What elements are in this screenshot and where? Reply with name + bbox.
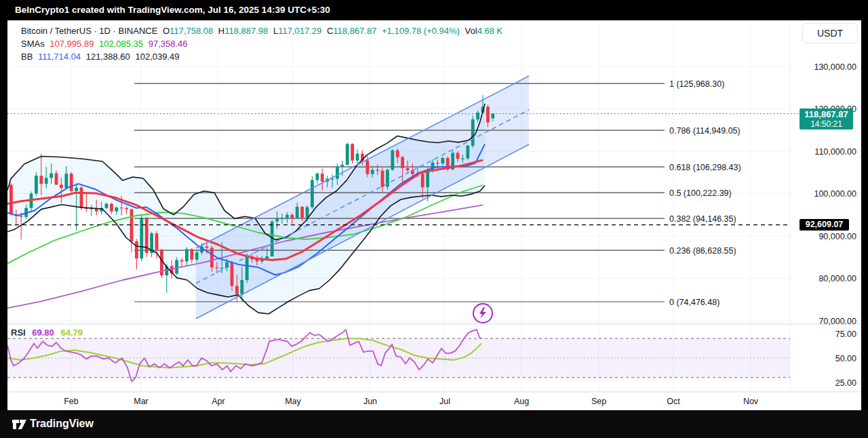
month-tick-label: May: [285, 397, 301, 406]
candle: [371, 170, 374, 174]
candle: [471, 119, 475, 146]
candle: [231, 262, 234, 286]
candle: [135, 241, 138, 258]
candle: [45, 178, 48, 184]
alert-price-badge: 92,609.07: [800, 219, 849, 231]
fib-level-label: 1 (125,968.30): [669, 79, 724, 89]
candle: [300, 207, 304, 218]
candle: [140, 218, 143, 258]
channel-mid-line[interactable]: [196, 110, 529, 283]
tradingview-chart-screenshot: BeInCrypto1 created with TradingView.com…: [0, 0, 868, 438]
volume-label: Vol: [465, 26, 477, 36]
bb-lower-value: 102,039.49: [135, 52, 179, 62]
candle: [466, 146, 469, 159]
high-value: 118,887.98: [224, 26, 268, 36]
lightning-marker[interactable]: [473, 303, 493, 323]
candle: [411, 170, 414, 174]
candle: [110, 204, 113, 212]
chart-legend: Bitcoin / TetherUS · 1D · BINANCE O117,7…: [21, 24, 505, 63]
bb-label[interactable]: BB: [21, 52, 33, 62]
sma200-value: 97,358.46: [149, 39, 188, 49]
candle: [215, 267, 218, 268]
lightning-icon: [474, 304, 491, 321]
fib-level-label: 0 (74,476.48): [669, 298, 719, 307]
candle: [396, 151, 399, 157]
candle: [205, 247, 209, 248]
currency-toggle-button[interactable]: USDT: [802, 23, 858, 43]
sma-legend-row: SMAs 107,995.89 102,085.35 97,358.46: [21, 37, 505, 50]
candle: [64, 174, 68, 188]
low-value: 117,017.29: [278, 26, 321, 36]
rsi-label[interactable]: RSI: [11, 327, 26, 338]
candle: [311, 180, 314, 207]
candle: [331, 179, 334, 180]
attribution-text: BeInCrypto1 created with TradingView.com…: [15, 5, 330, 15]
tradingview-logo-icon[interactable]: [12, 418, 27, 431]
channel-fill[interactable]: [196, 76, 529, 319]
bb-upper-value: 121,388.60: [86, 52, 130, 62]
open-label: O: [163, 26, 170, 36]
candle: [436, 163, 439, 163]
candle: [321, 174, 324, 182]
candle: [346, 144, 349, 165]
fib-level-label: 0.5 (100,222.39): [669, 188, 732, 198]
candle: [120, 207, 123, 208]
candle: [275, 219, 279, 222]
fib-level-label: 0.618 (106,298.43): [669, 163, 741, 172]
candle: [185, 249, 189, 261]
fib-level-label: 0.236 (86,628.55): [669, 246, 736, 256]
candle: [401, 157, 404, 168]
month-tick-label: Feb: [64, 397, 79, 406]
month-tick-label: Nov: [743, 397, 759, 406]
rsi-tick-label: 25.00: [835, 378, 856, 388]
candle: [376, 170, 379, 171]
candle: [456, 153, 460, 159]
rsi-legend: RSI 69.80 64.79: [11, 327, 87, 338]
candle: [296, 207, 299, 218]
candle: [336, 167, 339, 179]
rsi-pane[interactable]: [7, 330, 790, 381]
candle: [125, 208, 128, 210]
candle: [461, 159, 465, 159]
sma-label[interactable]: SMAs: [21, 39, 45, 49]
candle: [60, 184, 63, 188]
candle: [105, 204, 108, 208]
price-tick-label: 130,000.00: [814, 62, 856, 72]
candle: [391, 151, 394, 170]
candle: [55, 174, 58, 185]
price-tick-label: 110,000.00: [814, 147, 856, 157]
symbol-title[interactable]: Bitcoin / TetherUS · 1D · BINANCE: [21, 26, 157, 36]
price-tick-label: 70,000.00: [818, 317, 856, 326]
rsi-tick-label: 50.00: [835, 354, 856, 363]
symbol-ohlc-row: Bitcoin / TetherUS · 1D · BINANCE O117,7…: [21, 24, 505, 37]
candle: [115, 207, 118, 212]
chart-panel[interactable]: 1 (125,968.30)0.786 (114,949.05)0.618 (1…: [7, 20, 861, 410]
month-tick-label: Jun: [363, 397, 377, 406]
candle: [220, 268, 224, 268]
month-tick-label: Apr: [212, 397, 224, 406]
open-value: 117,758.08: [170, 26, 213, 36]
price-tick-label: 80,000.00: [818, 274, 856, 283]
attribution-bar: BeInCrypto1 created with TradingView.com…: [0, 0, 868, 20]
candle: [366, 161, 369, 174]
candle: [190, 249, 193, 260]
change-value: +1,109.78 (+0.94%): [382, 26, 460, 36]
bar-countdown-timer: 14:50:21: [800, 120, 853, 129]
candle: [315, 174, 319, 180]
candle: [306, 207, 309, 218]
month-tick-label: Sep: [591, 397, 606, 406]
tradingview-brand-text[interactable]: TradingView: [30, 418, 94, 430]
chart-canvas[interactable]: 1 (125,968.30)0.786 (114,949.05)0.618 (1…: [7, 20, 861, 410]
candle: [245, 256, 249, 280]
candle: [20, 216, 23, 217]
candle: [155, 233, 159, 250]
time-axis[interactable]: FebMarAprMayJunJulAugSepOctNov: [64, 397, 759, 406]
candle: [210, 248, 214, 268]
candle: [441, 158, 444, 163]
candle: [240, 280, 243, 294]
candle: [340, 165, 344, 167]
last-price-badge: 118,867.87 14:50:21: [800, 108, 853, 130]
high-label: H: [218, 26, 224, 36]
candle: [9, 184, 13, 214]
candle: [235, 286, 239, 294]
